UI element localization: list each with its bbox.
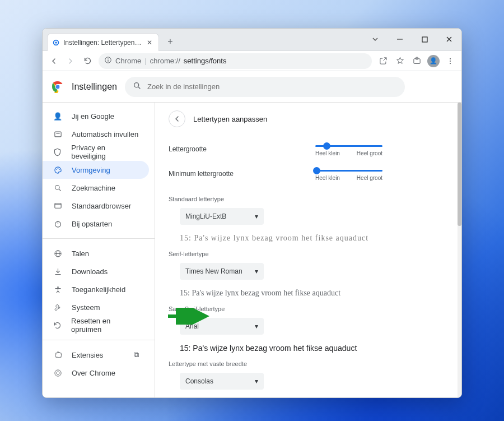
settings-title: Instellingen: [72, 82, 117, 92]
power-icon: [53, 220, 63, 228]
svg-rect-3: [422, 37, 427, 42]
svg-point-33: [57, 372, 59, 374]
serif-font-dropdown[interactable]: Times New Roman▾: [180, 263, 264, 280]
page-head: Lettertypen aanpassen: [155, 103, 461, 133]
bookmark-icon[interactable]: [392, 53, 408, 69]
address-bar[interactable]: Chrome | chrome://settings/fonts: [99, 53, 372, 69]
tab-favicon-icon: [52, 39, 60, 47]
chrome-logo-icon: [52, 81, 64, 93]
settings-search-input[interactable]: [147, 82, 397, 91]
page-back-button[interactable]: [169, 110, 185, 127]
sidebar-item-you-and-google[interactable]: 👤Jij en Google: [43, 107, 149, 125]
share-icon[interactable]: [375, 53, 391, 69]
back-button[interactable]: [46, 53, 62, 69]
svg-point-20: [57, 168, 58, 169]
chevron-down-icon[interactable]: [363, 28, 388, 50]
content-pane: Lettertypen aanpassen Lettergrootte Heel…: [155, 103, 461, 397]
sans-font-sample: 15: Pa's wijze lynx bezag vroom het fiks…: [180, 344, 382, 353]
browser-tab[interactable]: Instellingen: Lettertypen aanpas... ✕: [47, 33, 159, 51]
site-info-icon[interactable]: [104, 56, 112, 66]
settings-header: Instellingen: [43, 71, 461, 103]
address-path: settings/fonts: [184, 57, 227, 65]
close-button[interactable]: [437, 28, 461, 50]
settings-search[interactable]: [125, 77, 405, 97]
forward-button[interactable]: [63, 53, 78, 69]
svg-point-15: [134, 83, 139, 87]
minimize-button[interactable]: [388, 28, 412, 50]
sidebar-item-system[interactable]: Systeem: [43, 298, 149, 316]
search-icon: [53, 184, 63, 192]
autofill-icon: [53, 130, 63, 138]
restore-icon: [53, 321, 62, 330]
address-host: chrome://: [150, 57, 180, 65]
sidebar-item-privacy[interactable]: Privacy en beveiliging: [43, 143, 149, 161]
maximize-button[interactable]: [412, 28, 437, 50]
puzzle-icon: [53, 351, 63, 359]
browser-icon: [53, 202, 63, 210]
svg-point-22: [55, 185, 59, 189]
svg-point-10: [450, 60, 451, 61]
chevron-down-icon: ▾: [255, 377, 258, 385]
globe-icon: [53, 249, 63, 258]
mono-font-dropdown[interactable]: Consolas▾: [180, 373, 264, 390]
svg-rect-24: [54, 203, 60, 208]
svg-point-21: [59, 169, 60, 170]
browser-toolbar: Chrome | chrome://settings/fonts 👤: [43, 51, 461, 71]
std-font-label: Standaard lettertype: [169, 196, 382, 202]
wrench-icon: [53, 303, 63, 312]
chevron-down-icon: ▾: [255, 212, 258, 220]
chrome-window: Instellingen: Lettertypen aanpas... ✕ + …: [42, 28, 462, 398]
std-font-dropdown[interactable]: MingLiU-ExtB▾: [180, 208, 264, 225]
kebab-menu-icon[interactable]: [442, 53, 458, 69]
sidebar-item-default-browser[interactable]: Standaardbrowser: [43, 197, 149, 215]
min-font-size-slider[interactable]: [315, 170, 382, 172]
mono-font-label: Lettertype met vaste breedte: [169, 360, 382, 367]
sidebar-item-search-engine[interactable]: Zoekmachine: [43, 179, 149, 197]
svg-rect-6: [108, 59, 108, 62]
person-icon: 👤: [53, 112, 63, 121]
svg-line-16: [138, 87, 140, 89]
svg-point-9: [450, 58, 451, 59]
sidebar-item-accessibility[interactable]: Toegankelijkheid: [43, 280, 149, 298]
new-tab-button[interactable]: +: [162, 34, 178, 49]
tab-title: Instellingen: Lettertypen aanpas...: [63, 39, 142, 47]
svg-rect-8: [416, 57, 418, 59]
sidebar-item-autofill[interactable]: Automatisch invullen: [43, 125, 149, 143]
reload-button[interactable]: [80, 53, 95, 69]
search-icon: [133, 81, 142, 92]
svg-line-23: [59, 189, 60, 191]
serif-font-sample: 15: Pa's wijze lynx bezag vroom het fiks…: [180, 289, 382, 298]
sidebar-item-on-startup[interactable]: Bij opstarten: [43, 215, 149, 233]
font-size-slider[interactable]: [315, 145, 382, 147]
chrome-icon: [53, 369, 63, 377]
palette-icon: [53, 166, 63, 174]
chevron-down-icon: ▾: [255, 322, 258, 330]
font-size-label: Lettergrootte: [169, 145, 207, 153]
sidebar-item-appearance[interactable]: Vormgeving: [43, 161, 149, 179]
sidebar-item-extensions[interactable]: Extensies⧉: [43, 346, 149, 364]
external-link-icon: ⧉: [134, 350, 139, 359]
page-title: Lettertypen aanpassen: [193, 115, 267, 123]
sans-font-label: Sans-Serif-lettertype: [169, 306, 382, 312]
sidebar-item-about[interactable]: Over Chrome: [43, 364, 149, 382]
scrollbar[interactable]: [458, 103, 461, 397]
window-controls: [363, 28, 461, 50]
svg-point-31: [57, 286, 59, 288]
sidebar-item-reset[interactable]: Resetten en opruimen: [43, 316, 149, 334]
shield-icon: [53, 148, 62, 156]
serif-font-label: Serif-lettertype: [169, 251, 382, 257]
svg-point-19: [56, 169, 57, 170]
titlebar: Instellingen: Lettertypen aanpas... ✕ +: [43, 29, 461, 51]
sidebar: 👤Jij en Google Automatisch invullen Priv…: [43, 103, 155, 397]
sidebar-item-downloads[interactable]: Downloads: [43, 262, 149, 280]
sans-font-dropdown[interactable]: Arial▾: [180, 318, 264, 335]
download-icon: [53, 267, 63, 276]
sidebar-item-languages[interactable]: Talen: [43, 244, 149, 262]
accessibility-icon: [53, 285, 63, 294]
address-prefix: Chrome: [115, 57, 141, 65]
tab-close-icon[interactable]: ✕: [145, 38, 154, 47]
svg-rect-17: [54, 132, 60, 137]
profile-avatar[interactable]: 👤: [426, 53, 441, 69]
extensions-icon[interactable]: [409, 53, 424, 69]
chevron-down-icon: ▾: [255, 267, 258, 275]
